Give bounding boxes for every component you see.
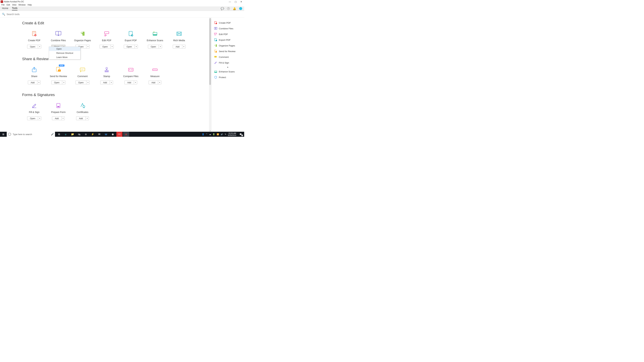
chevron-down-icon[interactable]: ▼	[86, 81, 90, 84]
chevron-down-icon[interactable]: ▼	[110, 45, 114, 48]
search-input[interactable]	[6, 13, 57, 15]
rp-create-pdf[interactable]: Create PDF	[212, 20, 244, 26]
menu-help[interactable]: Help	[28, 4, 32, 6]
chevron-down-icon[interactable]: ▼	[135, 45, 138, 48]
chevron-down-icon[interactable]: ▼	[158, 81, 161, 84]
tool-comment[interactable]: Comment Open▼	[70, 66, 94, 84]
chevron-down-icon[interactable]: ▼	[86, 45, 90, 48]
tool-open-button[interactable]: Open▼	[100, 45, 114, 48]
tool-add-button[interactable]: Add▼	[173, 45, 186, 48]
acrobat-taskbar-icon[interactable]: A	[123, 132, 129, 137]
tool-measure[interactable]: Measure Add▼	[143, 66, 167, 84]
user-avatar[interactable]	[239, 7, 242, 10]
rp-protect[interactable]: Protect	[212, 74, 244, 80]
battery-icon[interactable]: 🔋	[213, 133, 215, 135]
tool-stamp[interactable]: Stamp Add▼	[94, 66, 119, 84]
tool-add-button[interactable]: Add▼	[148, 81, 161, 84]
dropbox-icon[interactable]: ⧈	[83, 132, 89, 137]
chevron-down-icon[interactable]: ▼	[62, 81, 65, 84]
mic-icon[interactable]: 🎤	[51, 133, 54, 136]
content-scrollbar[interactable]: ▲ ▼	[209, 17, 211, 132]
rp-comment[interactable]: Comment	[212, 54, 244, 60]
chat-icon[interactable]: 💬	[221, 7, 224, 10]
rp-enhance-scans[interactable]: Enhance Scans	[212, 69, 244, 74]
rp-organize-pages[interactable]: Organize Pages	[212, 43, 244, 48]
dropdown-item-remove-shortcut[interactable]: Remove Shortcut	[49, 51, 80, 55]
tool-add-button[interactable]: Add▼	[76, 116, 89, 120]
tool-send-for-review[interactable]: NEW Send for Review Open▼	[46, 66, 70, 84]
word-icon[interactable]: W	[103, 132, 109, 137]
chevron-down-icon[interactable]: ▼	[134, 81, 137, 84]
tool-create-pdf[interactable]: Create PDF Open▼	[22, 30, 46, 48]
chevron-down-icon[interactable]: ▼	[38, 45, 41, 48]
chevron-down-icon[interactable]: ▼	[38, 81, 40, 84]
people-icon[interactable]: 👤	[202, 133, 204, 135]
creative-cloud-icon[interactable]: CC	[116, 132, 122, 137]
scroll-down-arrow[interactable]: ▼	[209, 130, 211, 132]
taskbar-search[interactable]: Type here to search 🎤	[7, 132, 55, 137]
tab-home[interactable]: Home	[2, 7, 8, 10]
tool-organize-pages[interactable]: Organize Pages Open▼	[70, 30, 94, 48]
start-button[interactable]: ⊞	[0, 133, 7, 136]
dropdown-item-learn-more[interactable]: Learn More	[49, 55, 80, 59]
tool-compare-files[interactable]: Compare Files Add▼	[119, 66, 143, 84]
panel-expand-arrow[interactable]: ▶	[212, 65, 244, 69]
action-center-icon[interactable]: 💬4	[238, 132, 244, 137]
tool-certificates[interactable]: Certificates Add▼	[70, 102, 94, 120]
menu-file[interactable]: File	[1, 4, 4, 6]
wifi-icon[interactable]: 📶	[217, 133, 219, 135]
tool-open-button[interactable]: Open▼	[27, 45, 42, 48]
rp-fill-sign[interactable]: Fill & Sign	[212, 60, 244, 65]
store-icon[interactable]: 🛍	[76, 132, 82, 137]
tool-add-button[interactable]: Add▼	[52, 116, 65, 120]
menu-view[interactable]: View	[12, 4, 16, 6]
tool-add-button[interactable]: Add▼	[124, 81, 137, 84]
rp-send-for-review[interactable]: Send for Review	[212, 48, 244, 54]
rp-export-pdf[interactable]: Export PDF	[212, 37, 244, 43]
taskbar-clock[interactable]: 10:55 AM 5/29/2019	[228, 132, 236, 136]
chevron-down-icon[interactable]: ▼	[62, 117, 64, 120]
tool-add-button[interactable]: Add▼	[100, 81, 113, 84]
menu-edit[interactable]: Edit	[6, 4, 10, 6]
tool-add-button[interactable]: Add▼	[28, 81, 40, 84]
volume-icon[interactable]: 🔊	[221, 133, 223, 135]
file-explorer-icon[interactable]: 📁	[70, 132, 76, 137]
maximize-button[interactable]: ▢	[234, 0, 237, 3]
tool-share[interactable]: Share Add▼	[22, 66, 46, 84]
tool-combine-files[interactable]: Combine Files Open▼	[46, 30, 70, 48]
bell-icon[interactable]: 🔔	[233, 7, 236, 10]
tool-prepare-form[interactable]: Prepare Form Add▼	[46, 102, 70, 120]
tool-fill-sign[interactable]: Fill & Sign Open▼	[22, 102, 46, 120]
chevron-down-icon[interactable]: ▼	[159, 45, 162, 48]
onedrive-icon[interactable]: ☁	[209, 133, 211, 135]
tool-enhance-scans[interactable]: Enhance Scans Open▼	[143, 30, 167, 48]
edge-icon[interactable]: e	[63, 132, 69, 137]
help-icon[interactable]: ?	[227, 7, 230, 10]
tool-edit-pdf[interactable]: Edit PDF Open▼	[94, 30, 119, 48]
task-view-icon[interactable]: ⧉	[56, 132, 62, 137]
app-icon-1[interactable]: ⚡	[90, 132, 96, 137]
chrome-icon[interactable]: ◉	[110, 132, 116, 137]
close-button[interactable]: ✕	[240, 0, 242, 3]
tool-open-button[interactable]: Open▼	[148, 45, 162, 48]
chevron-down-icon[interactable]: ▼	[110, 81, 113, 84]
menu-window[interactable]: Window	[18, 4, 26, 6]
mail-icon[interactable]: ✉	[96, 132, 102, 137]
tool-open-button[interactable]: Open▼	[76, 81, 90, 84]
rp-edit-pdf[interactable]: Edit PDF	[212, 31, 244, 37]
tab-tools[interactable]: Tools	[12, 7, 18, 10]
chevron-down-icon[interactable]: ▼	[38, 117, 41, 120]
dropdown-item-open[interactable]: Open	[49, 47, 80, 51]
tool-export-pdf[interactable]: Export PDF Open▼	[119, 30, 143, 48]
input-icon[interactable]: ✎	[225, 133, 226, 135]
chevron-down-icon[interactable]: ▼	[86, 117, 89, 120]
chevron-down-icon[interactable]: ▼	[182, 45, 185, 48]
tool-rich-media[interactable]: Rich Media Add▼	[167, 30, 191, 48]
rp-combine-files[interactable]: Combine Files	[212, 26, 244, 31]
tool-open-button[interactable]: Open▼	[27, 116, 42, 120]
tool-open-button[interactable]: Open▼	[124, 45, 138, 48]
tray-expand-icon[interactable]: ⌃	[206, 133, 208, 135]
scroll-thumb[interactable]	[209, 19, 211, 85]
minimize-button[interactable]: —	[229, 0, 231, 3]
tool-open-button[interactable]: Open▼	[51, 81, 66, 84]
